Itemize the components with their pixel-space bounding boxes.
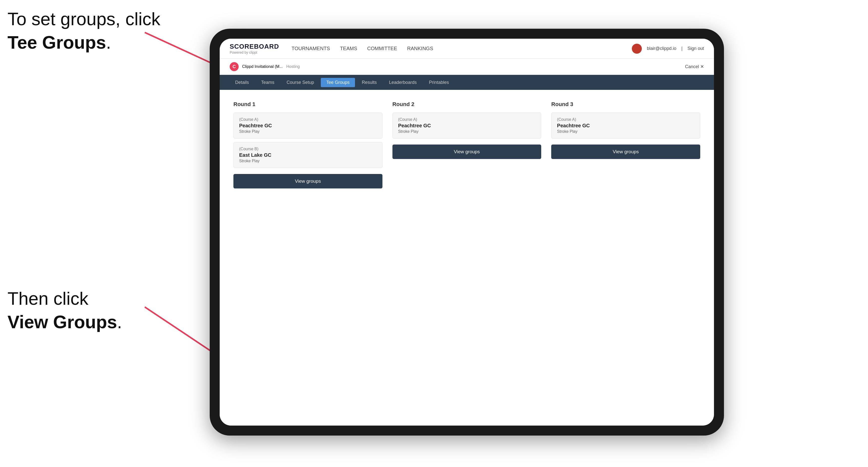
rounds-container: Round 1 (Course A) Peachtree GC Stroke P… — [234, 101, 700, 188]
nav-links: TOURNAMENTS TEAMS COMMITTEE RANKINGS — [291, 44, 632, 54]
round-3-course-a-type: Stroke Play — [557, 129, 694, 134]
nav-teams[interactable]: TEAMS — [340, 44, 357, 54]
event-name: Clippd Invitational (M... — [242, 64, 283, 69]
round-3-course-a-card: (Course A) Peachtree GC Stroke Play — [551, 113, 700, 138]
round-1-course-b-type: Stroke Play — [239, 159, 377, 163]
round-1-view-groups-button[interactable]: View groups — [234, 174, 382, 188]
sign-out-button[interactable]: Sign out — [687, 46, 704, 51]
round-2-view-groups-button[interactable]: View groups — [393, 145, 541, 159]
round-3-title: Round 3 — [551, 101, 700, 107]
round-3-course-a-label: (Course A) — [557, 117, 694, 122]
logo-sub: Powered by clippt — [230, 51, 279, 54]
round-2-course-a-name: Peachtree GC — [398, 123, 536, 129]
round-1-course-b-label: (Course B) — [239, 147, 377, 151]
round-1-course-a-name: Peachtree GC — [239, 123, 377, 129]
top-nav: SCOREBOARD Powered by clippt TOURNAMENTS… — [220, 39, 714, 59]
round-3-column: Round 3 (Course A) Peachtree GC Stroke P… — [551, 101, 700, 188]
nav-rankings[interactable]: RANKINGS — [407, 44, 433, 54]
logo-area: SCOREBOARD Powered by clippt — [230, 43, 279, 54]
sub-header: C Clippd Invitational (M... Hosting Canc… — [220, 59, 714, 75]
round-3-view-groups-button[interactable]: View groups — [551, 145, 700, 159]
tab-tee-groups[interactable]: Tee Groups — [321, 78, 355, 87]
round-1-column: Round 1 (Course A) Peachtree GC Stroke P… — [234, 101, 382, 188]
tab-course-setup[interactable]: Course Setup — [281, 78, 319, 87]
user-email: blair@clippd.io — [647, 46, 676, 51]
event-logo: C — [230, 62, 239, 71]
nav-tournaments[interactable]: TOURNAMENTS — [291, 44, 330, 54]
tab-teams[interactable]: Teams — [256, 78, 280, 87]
round-1-course-a-label: (Course A) — [239, 117, 377, 122]
nav-committee[interactable]: COMMITTEE — [367, 44, 397, 54]
cancel-button[interactable]: Cancel ✕ — [685, 64, 704, 69]
tab-details[interactable]: Details — [230, 78, 254, 87]
round-1-title: Round 1 — [234, 101, 382, 107]
round-2-column: Round 2 (Course A) Peachtree GC Stroke P… — [393, 101, 541, 188]
round-2-course-a-label: (Course A) — [398, 117, 536, 122]
tablet-screen: SCOREBOARD Powered by clippt TOURNAMENTS… — [220, 39, 714, 426]
tab-leaderboards[interactable]: Leaderboards — [383, 78, 422, 87]
sign-out-link[interactable]: | — [681, 46, 683, 51]
round-1-course-b-name: East Lake GC — [239, 152, 377, 158]
event-title: C Clippd Invitational (M... Hosting — [230, 62, 685, 71]
round-3-course-a-name: Peachtree GC — [557, 123, 694, 129]
logo-text: SCOREBOARD — [230, 43, 279, 51]
tab-nav: Details Teams Course Setup Tee Groups Re… — [220, 75, 714, 90]
main-content: Round 1 (Course A) Peachtree GC Stroke P… — [220, 90, 714, 426]
hosting-badge: Hosting — [286, 64, 300, 69]
nav-right: blair@clippd.io | Sign out — [632, 44, 704, 54]
instruction-bottom: Then click View Groups. — [7, 287, 122, 334]
tab-printables[interactable]: Printables — [424, 78, 454, 87]
round-2-course-a-card: (Course A) Peachtree GC Stroke Play — [393, 113, 541, 138]
round-2-title: Round 2 — [393, 101, 541, 107]
round-1-course-b-card: (Course B) East Lake GC Stroke Play — [234, 142, 382, 168]
round-2-course-a-type: Stroke Play — [398, 129, 536, 134]
round-1-course-a-card: (Course A) Peachtree GC Stroke Play — [234, 113, 382, 138]
tablet-device: SCOREBOARD Powered by clippt TOURNAMENTS… — [210, 29, 724, 436]
tab-results[interactable]: Results — [356, 78, 382, 87]
round-1-course-a-type: Stroke Play — [239, 129, 377, 134]
user-avatar — [632, 44, 642, 54]
